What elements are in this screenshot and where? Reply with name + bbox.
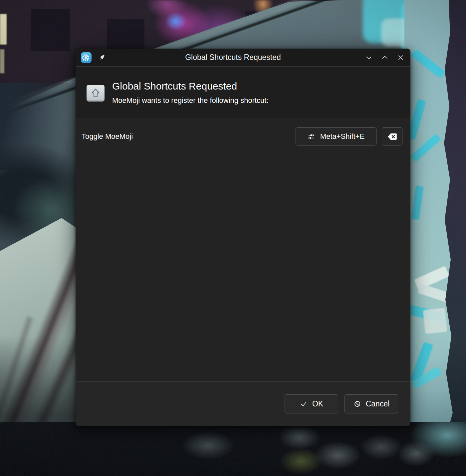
pin-icon[interactable]: [98, 53, 106, 62]
chevron-down-icon: [364, 53, 373, 62]
maximize-button[interactable]: [380, 53, 389, 62]
cancel-button-label: Cancel: [366, 399, 390, 408]
shortcut-key-text: Meta+Shift+E: [320, 132, 364, 141]
ok-button[interactable]: OK: [285, 394, 338, 413]
close-icon: [396, 53, 405, 62]
dialog-header: Global Shortcuts Requested MoeMoji wants…: [76, 67, 410, 118]
dialog-header-text: Global Shortcuts Requested MoeMoji wants…: [112, 81, 269, 118]
kde-logo-letter: K: [84, 55, 89, 61]
dialog-content: Toggle MoeMoji Meta+Shift+E: [76, 118, 410, 381]
titlebar[interactable]: K Global Shortcuts Requested: [76, 49, 410, 67]
minimize-button[interactable]: [364, 53, 373, 62]
check-icon: [300, 400, 308, 408]
shift-key-icon: [87, 85, 105, 102]
window-controls: [364, 53, 405, 62]
sliders-icon: [308, 133, 315, 140]
cancel-button[interactable]: Cancel: [345, 394, 398, 413]
dialog-subtitle: MoeMoji wants to register the following …: [112, 96, 269, 105]
clear-shortcut-button[interactable]: [382, 127, 402, 145]
window-title: Global Shortcuts Requested: [116, 53, 350, 62]
chevron-up-icon: [380, 53, 389, 62]
dialog-title: Global Shortcuts Requested: [112, 81, 269, 92]
shortcut-label: Toggle MoeMoji: [82, 132, 133, 141]
shortcut-row: Toggle MoeMoji Meta+Shift+E: [82, 127, 402, 145]
desktop: K Global Shortcuts Requested: [0, 0, 466, 476]
shortcut-key-button[interactable]: Meta+Shift+E: [296, 127, 376, 145]
backspace-icon: [387, 133, 397, 140]
kde-logo-icon[interactable]: K: [81, 52, 92, 63]
global-shortcuts-dialog: K Global Shortcuts Requested: [76, 49, 410, 426]
dialog-footer: OK Cancel: [76, 381, 410, 426]
cancel-icon: [353, 400, 361, 408]
ok-button-label: OK: [312, 399, 323, 408]
shortcut-actions: Meta+Shift+E: [296, 127, 402, 145]
close-button[interactable]: [396, 53, 405, 62]
